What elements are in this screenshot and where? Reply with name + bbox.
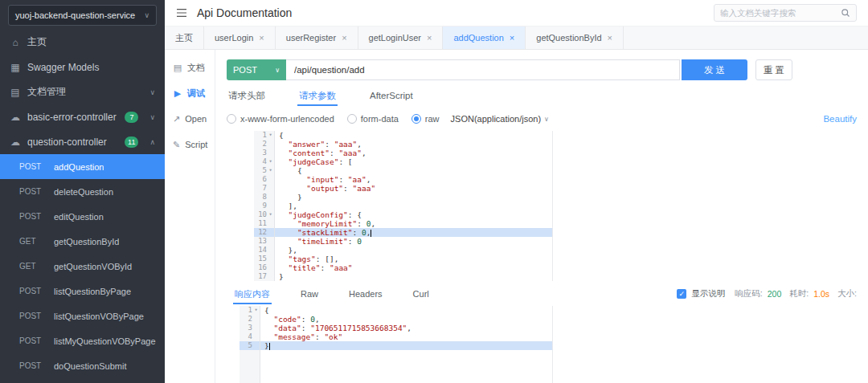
close-icon[interactable]: ×	[608, 33, 612, 43]
editor-line: 4▾ "judgeCase": [	[254, 157, 553, 166]
line-number: 9	[254, 202, 275, 210]
reset-button[interactable]: 重 置	[755, 59, 792, 80]
close-icon[interactable]: ×	[427, 33, 432, 43]
sidebar-endpoint-doQuestionSubmit[interactable]: POSTdoQuestionSubmit	[0, 353, 165, 378]
chevron-down-icon: ∨	[144, 11, 149, 19]
line-number-text: 4	[240, 332, 252, 341]
rail-item-label: 调试	[187, 88, 205, 100]
response-body-editor[interactable]: 1▾{2 "code": 0,3 "data": "17065117158536…	[240, 306, 553, 383]
tab-addQuestion[interactable]: addQuestion×	[443, 26, 526, 49]
request-tab-afterscript[interactable]: AfterScript	[368, 83, 415, 108]
chevron-down-icon: ∨	[275, 67, 280, 74]
request-tabs: 请求头部请求参数AfterScript	[227, 82, 857, 109]
sidebar-item-swagger-models[interactable]: ▦Swagger Models	[0, 55, 165, 79]
tab-label: userRegister	[286, 33, 336, 43]
line-number: 8	[254, 193, 275, 202]
sidebar-endpoint-listMyQuestionVOByPage[interactable]: POSTlistMyQuestionVOByPage	[0, 328, 165, 353]
editor-line: 14 },	[254, 246, 553, 255]
editor-line: 4 "message": "ok"	[240, 332, 553, 341]
tab-getQuestionById[interactable]: getQuestionById×	[526, 26, 624, 49]
close-icon[interactable]: ×	[259, 33, 264, 43]
endpoint-method-label: POST	[19, 361, 46, 370]
editor-line: 16 "title": "aaa"	[254, 263, 553, 272]
sidebar-endpoint-listQuestionVOByPage[interactable]: POSTlistQuestionVOByPage	[0, 304, 165, 328]
count-badge: 7	[125, 112, 138, 123]
beautify-link[interactable]: Beautify	[823, 114, 857, 124]
response-tab-curl[interactable]: Curl	[411, 282, 431, 306]
endpoint-method-label: POST	[19, 187, 46, 196]
code-line: ],	[275, 202, 553, 210]
request-body-editor[interactable]: 1▾{2 "answer": "aaa",3 "content": "aaa",…	[254, 131, 553, 281]
rail-item-open[interactable]: ↗Open	[165, 106, 215, 132]
endpoint-method-label: POST	[19, 212, 46, 221]
sidebar-item-doc-manage[interactable]: ▤文档管理∨	[0, 79, 165, 104]
response-tab-raw[interactable]: Raw	[299, 282, 320, 306]
rail-item-script[interactable]: ✎Script	[165, 132, 215, 157]
sidebar-endpoint-deleteQuestion[interactable]: POSTdeleteQuestion	[0, 179, 165, 204]
url-input[interactable]	[286, 59, 680, 80]
request-tab-params[interactable]: 请求参数	[297, 82, 338, 110]
line-number: 1▾	[240, 306, 260, 315]
body-type-option-raw[interactable]: raw	[411, 114, 440, 124]
line-number-text: 7	[254, 184, 267, 193]
editor-line: 10▾ "judgeConfig": {	[254, 210, 553, 219]
time-label: 耗时:	[789, 288, 809, 299]
content-type-select[interactable]: JSON(application/json) ∨	[451, 114, 549, 124]
fold-icon[interactable]: ▾	[252, 306, 260, 315]
response-tab-headers[interactable]: Headers	[347, 282, 384, 306]
count-badge: 11	[125, 136, 138, 148]
fold-icon[interactable]: ▾	[267, 131, 274, 140]
line-number-text: 2	[240, 315, 252, 324]
chevron-up-icon: ∧	[149, 138, 155, 146]
rail-item-debug[interactable]: ▶调试	[165, 80, 215, 106]
fold-icon[interactable]: ▾	[267, 157, 274, 166]
sidebar-item-home[interactable]: ⌂主页	[0, 30, 165, 55]
fold-icon[interactable]: ▾	[267, 166, 274, 175]
sidebar-item-question-controller[interactable]: ☁question-controller11∧	[0, 129, 165, 154]
code-line: "content": "aaa",	[275, 149, 553, 157]
line-number: 14	[254, 246, 275, 255]
endpoint-name-label: listMyQuestionVOByPage	[54, 336, 156, 346]
sidebar-endpoint-getQuestionById[interactable]: GETgetQuestionById	[0, 229, 165, 254]
code-line: {	[260, 306, 553, 315]
code-line: {	[275, 131, 553, 140]
tab-userRegister[interactable]: userRegister×	[276, 26, 358, 49]
sidebar: yuoj-backend-question-service ∨ ⌂主页▦Swag…	[0, 0, 165, 383]
line-number-text: 3	[254, 149, 267, 157]
close-icon[interactable]: ×	[510, 33, 514, 43]
sidebar-endpoint-addQuestion[interactable]: POSTaddQuestion	[0, 154, 165, 179]
sidebar-endpoint-editQuestion[interactable]: POSTeditQuestion	[0, 204, 165, 229]
sidebar-nav: ⌂主页▦Swagger Models▤文档管理∨☁basic-error-con…	[0, 30, 165, 154]
show-desc-checkbox[interactable]: ✓	[677, 289, 686, 299]
search-icon[interactable]	[841, 8, 850, 18]
response-tab-content[interactable]: 响应内容	[233, 281, 272, 308]
request-tab-headers[interactable]: 请求头部	[227, 82, 267, 110]
menu-collapse-icon[interactable]	[176, 8, 187, 18]
code-line: "tags": [],	[275, 255, 553, 263]
editor-line: 3 "data": "1706511715853668354",	[240, 324, 553, 332]
controller-icon: ☁	[10, 136, 21, 148]
sidebar-endpoint-list: POSTaddQuestionPOSTdeleteQuestionPOSTedi…	[0, 154, 165, 378]
sidebar-item-label: 文档管理	[27, 85, 66, 99]
search-input[interactable]	[720, 8, 837, 18]
body-type-option-x-www-form-urlencoded[interactable]: x-www-form-urlencoded	[227, 114, 334, 124]
tab-home[interactable]: 主页	[165, 26, 204, 49]
tab-getLoginUser[interactable]: getLoginUser×	[358, 26, 444, 49]
line-number: 6	[254, 175, 275, 184]
code-line: "output": "aaa"	[275, 184, 553, 193]
endpoint-method-label: POST	[19, 162, 46, 171]
sidebar-item-basic-error-controller[interactable]: ☁basic-error-controller7∨	[0, 104, 165, 129]
sidebar-endpoint-listQuestionByPage[interactable]: POSTlistQuestionByPage	[0, 279, 165, 304]
service-select[interactable]: yuoj-backend-question-service ∨	[8, 5, 157, 26]
rail-item-doc[interactable]: ▤文档	[165, 55, 215, 80]
body-type-option-form-data[interactable]: form-data	[347, 114, 399, 124]
fold-icon[interactable]: ▾	[267, 210, 274, 219]
sidebar-endpoint-getQuestionVOById[interactable]: GETgetQuestionVOById	[0, 254, 165, 279]
send-button[interactable]: 发 送	[682, 59, 747, 80]
size-label: 大小:	[837, 288, 857, 299]
tab-label: getQuestionById	[536, 33, 601, 43]
close-icon[interactable]: ×	[342, 33, 346, 43]
controller-icon: ☁	[10, 112, 21, 123]
method-select[interactable]: POST ∨	[227, 59, 286, 80]
tab-userLogin[interactable]: userLogin×	[204, 26, 276, 49]
